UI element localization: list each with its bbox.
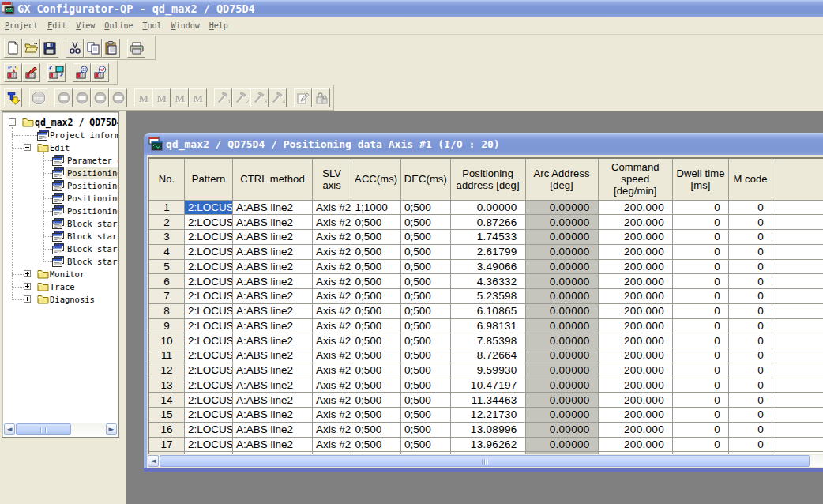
- grid-cell[interactable]: 0;500: [351, 245, 401, 260]
- tree-item-block-start-data[interactable]: Block start data: [66, 230, 118, 243]
- grid-cell[interactable]: 17: [149, 438, 185, 453]
- grid-cell[interactable]: 200.000: [599, 319, 673, 334]
- grid-cell[interactable]: [772, 230, 823, 245]
- new-button[interactable]: [4, 39, 22, 58]
- grid-cell[interactable]: 1;1000: [351, 201, 401, 216]
- grid-cell[interactable]: [772, 438, 823, 453]
- grid-cell[interactable]: 7: [149, 289, 185, 304]
- grid-cell[interactable]: Axis #2: [313, 215, 351, 230]
- grid-cell[interactable]: 200.000: [599, 348, 673, 363]
- grid-cell[interactable]: 0;500: [351, 274, 401, 289]
- grid-cell[interactable]: 200.000: [599, 363, 673, 378]
- module-transfer-button[interactable]: [47, 63, 66, 82]
- grid-cell[interactable]: [772, 201, 823, 216]
- grid-cell[interactable]: 0: [673, 423, 729, 438]
- tree-item-diagnosis[interactable]: Diagnosis: [48, 293, 96, 306]
- grid-cell[interactable]: A:ABS line2: [233, 393, 313, 408]
- grid-cell[interactable]: [772, 245, 823, 260]
- grid-cell[interactable]: 0: [729, 408, 772, 423]
- scroll-track[interactable]: [159, 455, 823, 467]
- grid-cell[interactable]: 2: [149, 215, 185, 230]
- tree-expand-icon[interactable]: [24, 270, 31, 277]
- grid-cell[interactable]: 0: [729, 215, 772, 230]
- grid-cell[interactable]: Axis #2: [313, 230, 351, 245]
- paste-button[interactable]: [102, 39, 120, 58]
- grid-cell[interactable]: Axis #2: [313, 245, 351, 260]
- grid-cell[interactable]: 2:LOCUS: [185, 201, 233, 216]
- grid-cell[interactable]: 2:LOCUS: [185, 319, 233, 334]
- tree-item-trace[interactable]: Trace: [48, 280, 77, 293]
- grid-cell[interactable]: 0;500: [401, 319, 451, 334]
- module-verify-button[interactable]: [91, 63, 109, 82]
- grid-cell[interactable]: Axis #2: [313, 319, 351, 334]
- grid-cell[interactable]: 0.00000: [526, 201, 599, 216]
- grid-cell[interactable]: 0;500: [401, 245, 451, 260]
- grid-cell[interactable]: 2:LOCUS: [185, 215, 233, 230]
- tree-item-parameter-data[interactable]: Parameter data: [66, 154, 118, 167]
- grid-cell[interactable]: 0: [673, 245, 729, 260]
- grid-cell[interactable]: 0: [729, 393, 772, 408]
- grid-cell[interactable]: [772, 289, 823, 304]
- tree-item-qd-max2-qd75d4[interactable]: qd_max2 / QD75D4: [33, 116, 118, 129]
- grid-cell[interactable]: 200.000: [599, 260, 673, 275]
- grid-cell[interactable]: 4: [149, 245, 185, 260]
- grid-cell[interactable]: 6: [149, 274, 185, 289]
- tree-item-monitor[interactable]: Monitor: [48, 268, 86, 280]
- menu-view[interactable]: View: [71, 21, 100, 30]
- grid-cell[interactable]: 15: [149, 408, 185, 423]
- grid-cell[interactable]: 0.00000: [526, 274, 599, 289]
- axis4-stop-button[interactable]: [109, 88, 127, 107]
- tree-item-positioning-data[interactable]: Positioning data: [66, 167, 118, 179]
- child-title-bar[interactable]: qd_max2 / QD75D4 / Positioning data Axis…: [144, 133, 823, 155]
- grid-cell[interactable]: 14: [149, 393, 185, 408]
- tree-item-project-information[interactable]: Project information: [48, 129, 118, 141]
- grid-cell[interactable]: 0: [673, 201, 729, 216]
- grid-cell[interactable]: 3: [149, 230, 185, 245]
- grid-cell[interactable]: 16: [149, 423, 185, 438]
- grid-cell[interactable]: A:ABS line2: [233, 363, 313, 378]
- grid-cell[interactable]: 0.00000: [526, 260, 599, 275]
- save-button[interactable]: [40, 39, 58, 58]
- grid-cell[interactable]: A:ABS line2: [233, 319, 313, 334]
- grid-cell[interactable]: [772, 274, 823, 289]
- grid-cell[interactable]: 0: [673, 274, 729, 289]
- tree-collapse-icon[interactable]: [9, 118, 16, 126]
- menu-online[interactable]: Online: [100, 21, 137, 30]
- menu-edit[interactable]: Edit: [43, 21, 71, 30]
- monitor-axis1-button[interactable]: M: [134, 88, 152, 107]
- grid-cell[interactable]: 0;500: [351, 393, 401, 408]
- grid-cell[interactable]: 0;500: [401, 333, 451, 348]
- print-button[interactable]: [127, 39, 145, 58]
- grid-cell[interactable]: 4.36332: [451, 274, 526, 289]
- grid-cell[interactable]: 12: [149, 363, 185, 378]
- grid-cell[interactable]: 13: [149, 378, 185, 393]
- grid-cell[interactable]: 0: [729, 274, 772, 289]
- grid-cell[interactable]: 0: [673, 260, 729, 275]
- grid-cell[interactable]: 0: [729, 201, 772, 216]
- grid-cell[interactable]: [772, 319, 823, 334]
- grid-cell[interactable]: 0.00000: [526, 304, 599, 319]
- lock-button[interactable]: [312, 88, 330, 107]
- grid-cell[interactable]: 0: [673, 215, 729, 230]
- grid-cell[interactable]: 0: [729, 319, 772, 334]
- grid-cell[interactable]: A:ABS line2: [233, 348, 313, 363]
- cut-button[interactable]: [66, 39, 84, 58]
- grid-cell[interactable]: 0;500: [351, 333, 401, 348]
- test-axis2-button[interactable]: 2: [232, 88, 250, 107]
- grid-cell[interactable]: 6.98131: [451, 319, 526, 334]
- grid-cell[interactable]: 0;500: [351, 348, 401, 363]
- scroll-right-arrow[interactable]: ►: [106, 423, 117, 435]
- tree-expand-icon[interactable]: [24, 283, 31, 290]
- grid-cell[interactable]: 0: [729, 230, 772, 245]
- menu-project[interactable]: Project: [0, 21, 43, 30]
- axis1-stop-button[interactable]: [54, 88, 73, 107]
- grid-cell[interactable]: 0;500: [351, 423, 401, 438]
- grid-cell[interactable]: 0;500: [351, 289, 401, 304]
- grid-cell[interactable]: 0: [673, 408, 729, 423]
- grid-cell[interactable]: 0;500: [401, 423, 451, 438]
- grid-cell[interactable]: 0: [729, 423, 772, 438]
- grid-cell[interactable]: 200.000: [599, 274, 673, 289]
- grid-cell[interactable]: 200.000: [599, 245, 673, 260]
- tree-item-positioning-data[interactable]: Positioning data: [66, 179, 118, 192]
- tree-item-positioning-data[interactable]: Positioning data: [66, 205, 118, 217]
